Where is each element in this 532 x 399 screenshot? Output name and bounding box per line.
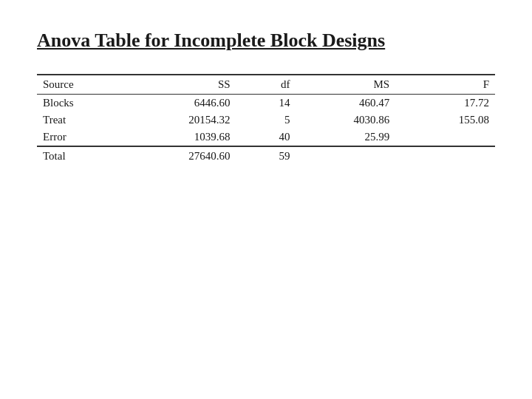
table-footer: Total 27640.60 59 — [37, 146, 495, 166]
row-2-f — [395, 129, 495, 146]
row-0-source: Blocks — [37, 95, 137, 112]
row-2-ss: 1039.68 — [137, 129, 236, 146]
anova-table: Source SS df MS F Blocks6446.6014460.471… — [37, 74, 495, 166]
header-source: Source — [37, 75, 137, 95]
total-row: Total 27640.60 59 — [37, 146, 495, 166]
table-header-row: Source SS df MS F — [37, 75, 495, 95]
header-ss: SS — [137, 75, 236, 95]
header-ms: MS — [296, 75, 395, 95]
row-0-df: 14 — [236, 95, 296, 112]
row-2-source: Error — [37, 129, 137, 146]
header-df: df — [236, 75, 296, 95]
row-1-ms: 4030.86 — [296, 112, 395, 129]
row-1-f: 155.08 — [395, 112, 495, 129]
row-0-f: 17.72 — [395, 95, 495, 112]
total-f — [395, 146, 495, 166]
table-row: Error1039.684025.99 — [37, 129, 495, 146]
table-body: Blocks6446.6014460.4717.72Treat20154.325… — [37, 95, 495, 147]
row-1-source: Treat — [37, 112, 137, 129]
header-f: F — [395, 75, 495, 95]
row-1-df: 5 — [236, 112, 296, 129]
row-0-ss: 6446.60 — [137, 95, 236, 112]
table-row: Blocks6446.6014460.4717.72 — [37, 95, 495, 112]
row-2-ms: 25.99 — [296, 129, 395, 146]
total-source: Total — [37, 146, 137, 166]
total-df: 59 — [236, 146, 296, 166]
row-1-ss: 20154.32 — [137, 112, 236, 129]
total-ms — [296, 146, 395, 166]
row-2-df: 40 — [236, 129, 296, 146]
table-row: Treat20154.3254030.86155.08 — [37, 112, 495, 129]
total-ss: 27640.60 — [137, 146, 236, 166]
row-0-ms: 460.47 — [296, 95, 395, 112]
page-title: Anova Table for Incomplete Block Designs — [37, 30, 495, 52]
